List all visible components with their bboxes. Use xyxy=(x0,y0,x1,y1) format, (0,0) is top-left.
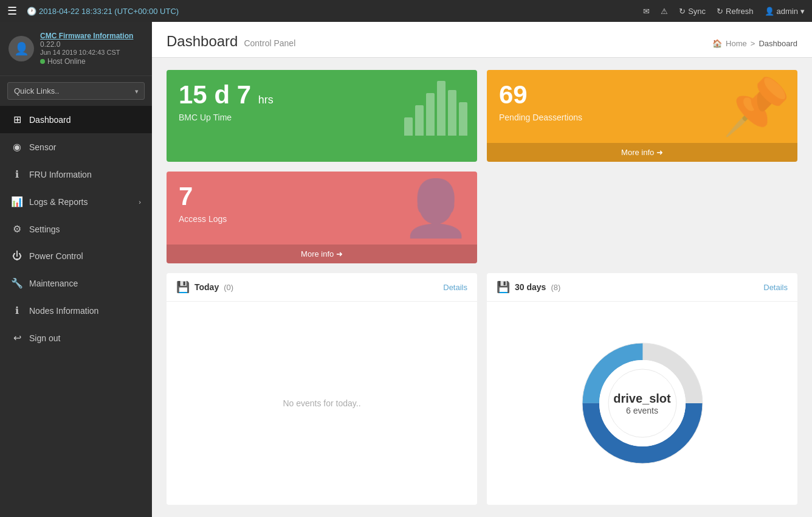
card-body: 15 d 7 hrs BMC Up Time xyxy=(167,70,477,143)
donut-center-name: drive_slot xyxy=(613,392,670,406)
panel-30days-title: 30 days xyxy=(515,282,546,292)
drive-icon: 💾 xyxy=(176,280,190,294)
nav-label-maintenance: Maintenance xyxy=(29,279,78,288)
quick-links-select[interactable]: Quick Links.. xyxy=(7,82,145,100)
sync-icon: ↻ xyxy=(679,7,686,16)
breadcrumb-separator: > xyxy=(751,39,755,48)
nav-icon-logs-reports: 📊 xyxy=(11,196,23,207)
nav-label-dashboard: Dashboard xyxy=(29,115,71,125)
sidebar-item-dashboard[interactable]: ⊞ Dashboard xyxy=(0,106,152,133)
breadcrumb: 🏠 Home > Dashboard xyxy=(712,39,797,48)
bar-6 xyxy=(459,102,467,136)
sidebar-item-fru-information[interactable]: ℹ FRU Information xyxy=(0,161,152,188)
sidebar-item-nodes-information[interactable]: ℹ Nodes Information xyxy=(0,297,152,324)
donut-wrapper: drive_slot 6 events xyxy=(576,336,709,470)
avatar: 👤 xyxy=(9,36,34,61)
nav-label-sign-out: Sign out xyxy=(29,333,60,343)
bar-1 xyxy=(404,117,413,136)
sidebar-profile: 👤 CMC Firmware Information 0.22.0 Jun 14… xyxy=(0,22,152,76)
nav-label-power-control: Power Control xyxy=(29,251,83,261)
sidebar-item-settings[interactable]: ⚙ Settings xyxy=(0,215,152,243)
sidebar-item-logs-reports[interactable]: 📊 Logs & Reports › xyxy=(0,188,152,215)
card-access-logs: 7 Access Logs 👤 More info ➜ xyxy=(167,172,477,263)
panel-30days-title-group: 💾 30 days (8) xyxy=(497,280,560,294)
bar-2 xyxy=(415,105,424,136)
nav-icon-dashboard: ⊞ xyxy=(11,114,23,125)
nav-label-logs-reports: Logs & Reports xyxy=(29,197,88,207)
nav-icon-power-control: ⏻ xyxy=(11,251,23,262)
panel-today-details[interactable]: Details xyxy=(443,283,467,292)
nav-icon-sign-out: ↩ xyxy=(11,332,23,344)
nav-icon-sensor: ◉ xyxy=(11,141,23,153)
firmware-datetime: Jun 14 2019 10:42:43 CST xyxy=(40,49,133,56)
profile-info: CMC Firmware Information 0.22.0 Jun 14 2… xyxy=(40,32,133,66)
sync-button[interactable]: ↻ Sync xyxy=(679,7,706,16)
panel-30days-details[interactable]: Details xyxy=(763,283,788,292)
nav-icon-nodes-information: ℹ xyxy=(11,305,23,316)
access-logs-more-info[interactable]: More info ➜ xyxy=(167,245,477,263)
bar-5 xyxy=(448,90,456,136)
card-bmc-uptime: 15 d 7 hrs BMC Up Time xyxy=(167,70,477,162)
arrow-right-icon: ➜ xyxy=(336,249,343,258)
pending-more-info[interactable]: More info ➜ xyxy=(487,143,797,162)
firmware-version: 0.22.0 xyxy=(40,40,133,49)
mail-icon[interactable]: ✉ xyxy=(643,7,650,16)
panel-today-body: No events for today.. xyxy=(167,302,477,505)
nav-icon-settings: ⚙ xyxy=(11,223,23,235)
admin-menu[interactable]: 👤 admin ▾ xyxy=(765,7,805,16)
donut-center-sub: 6 events xyxy=(613,406,670,415)
nav-arrow-logs-reports: › xyxy=(139,198,141,206)
panel-today-count: (0) xyxy=(224,283,233,292)
hamburger-menu[interactable]: ☰ xyxy=(7,4,17,18)
user-bg-icon: 👤 xyxy=(402,176,470,240)
sidebar-item-sensor[interactable]: ◉ Sensor xyxy=(0,133,152,161)
panel-30days: 💾 30 days (8) Details xyxy=(487,273,797,505)
card-body: 7 Access Logs 👤 xyxy=(167,172,477,245)
sidebar-item-sign-out[interactable]: ↩ Sign out xyxy=(0,324,152,352)
refresh-button[interactable]: ↻ Refresh xyxy=(717,7,754,16)
sidebar-item-power-control[interactable]: ⏻ Power Control xyxy=(0,243,152,269)
breadcrumb-current: Dashboard xyxy=(759,39,797,48)
quick-links[interactable]: Quick Links.. ▾ xyxy=(7,82,145,100)
cards-top: 15 d 7 hrs BMC Up Time xyxy=(152,58,812,263)
refresh-icon: ↻ xyxy=(717,7,723,16)
nav-label-nodes-information: Nodes Information xyxy=(29,306,98,316)
page-subtitle: Control Panel xyxy=(244,38,295,48)
host-status-dot xyxy=(40,59,45,64)
home-icon: 🏠 xyxy=(712,39,722,48)
nav-label-fru-information: FRU Information xyxy=(29,170,92,179)
topbar: ☰ 🕐 2018-04-22 18:33:21 (UTC+00:00 UTC) … xyxy=(0,0,812,22)
nav-icon-maintenance: 🔧 xyxy=(11,277,23,289)
bottom-panels: 💾 Today (0) Details No events for today.… xyxy=(152,263,812,517)
drive-icon-30: 💾 xyxy=(497,280,510,294)
bar-3 xyxy=(426,93,435,136)
pin-icon: 📌 xyxy=(722,75,790,139)
sidebar-item-maintenance[interactable]: 🔧 Maintenance xyxy=(0,269,152,297)
page-title: Dashboard xyxy=(167,33,238,50)
arrow-right-icon: ➜ xyxy=(656,148,663,157)
layout: 👤 CMC Firmware Information 0.22.0 Jun 14… xyxy=(0,22,812,517)
clock-icon: 🕐 xyxy=(27,7,36,16)
panel-30days-header: 💾 30 days (8) Details xyxy=(487,273,797,302)
bmc-uptime-chart xyxy=(404,81,467,136)
nav-label-sensor: Sensor xyxy=(29,142,56,152)
user-icon: 👤 xyxy=(765,7,774,16)
donut-chart-container: drive_slot 6 events xyxy=(487,302,797,505)
nav-label-settings: Settings xyxy=(29,224,60,234)
nav-icon-fru-information: ℹ xyxy=(11,168,23,180)
breadcrumb-home[interactable]: Home xyxy=(726,39,747,48)
card-pending-deassertions: 69 Pending Deassertions 📌 More info ➜ xyxy=(487,70,797,162)
bmc-uptime-unit: hrs xyxy=(258,94,274,106)
firmware-link[interactable]: CMC Firmware Information xyxy=(40,32,133,40)
timestamp: 🕐 2018-04-22 18:33:21 (UTC+00:00 UTC) xyxy=(27,7,179,16)
card-body: 69 Pending Deassertions 📌 xyxy=(487,70,797,143)
bar-4 xyxy=(437,81,446,136)
page-title-group: Dashboard Control Panel xyxy=(167,33,295,50)
top-actions: ✉ ⚠ ↻ Sync ↻ Refresh 👤 admin ▾ xyxy=(643,7,805,16)
alert-icon[interactable]: ⚠ xyxy=(661,7,668,16)
panel-30days-count: (8) xyxy=(551,283,560,292)
main-content: Dashboard Control Panel 🏠 Home > Dashboa… xyxy=(152,22,812,517)
no-events-message: No events for today.. xyxy=(283,398,360,408)
panel-today-title-group: 💾 Today (0) xyxy=(176,280,233,294)
donut-center: drive_slot 6 events xyxy=(613,392,670,415)
